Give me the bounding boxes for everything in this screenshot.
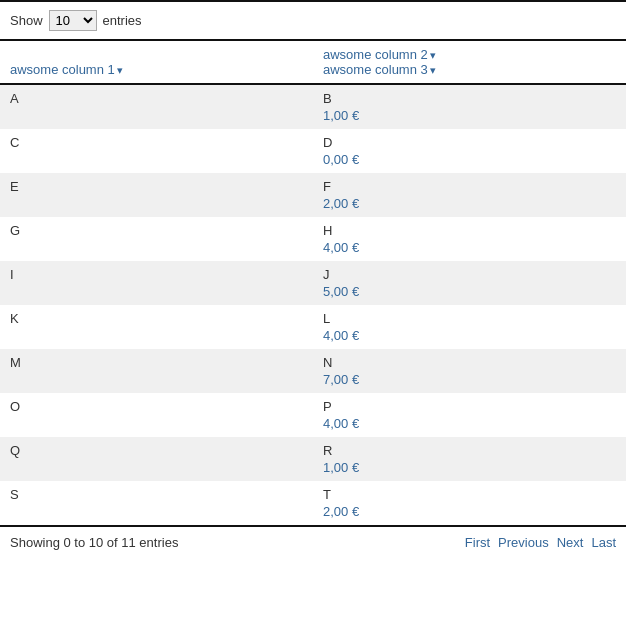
entries-label: entries: [103, 13, 142, 28]
col2-bottom: 1,00 €: [323, 460, 616, 475]
col2-top: P: [323, 399, 616, 414]
col1-header: awsome column 1: [0, 40, 313, 84]
col2-bottom: 0,00 €: [323, 152, 616, 167]
table-row: IJ5,00 €: [0, 261, 626, 305]
col2-cell: R1,00 €: [313, 437, 626, 481]
col2-top: R: [323, 443, 616, 458]
col2-cell: N7,00 €: [313, 349, 626, 393]
col1-cell: O: [0, 393, 313, 437]
table-header-row: awsome column 1 awsome column 2 awsome c…: [0, 40, 626, 84]
col2-cell: F2,00 €: [313, 173, 626, 217]
table-row: GH4,00 €: [0, 217, 626, 261]
col2-top: N: [323, 355, 616, 370]
table-row: QR1,00 €: [0, 437, 626, 481]
last-link[interactable]: Last: [591, 535, 616, 550]
col2-top: D: [323, 135, 616, 150]
table-row: AB1,00 €: [0, 84, 626, 129]
col2-cell: J5,00 €: [313, 261, 626, 305]
col2-sort-link[interactable]: awsome column 2: [323, 47, 436, 62]
col1-cell: S: [0, 481, 313, 525]
col2-cell: L4,00 €: [313, 305, 626, 349]
entries-select[interactable]: 10 25 50 100: [49, 10, 97, 31]
col2-top: L: [323, 311, 616, 326]
table-row: KL4,00 €: [0, 305, 626, 349]
table-row: ST2,00 €: [0, 481, 626, 525]
col1-cell: E: [0, 173, 313, 217]
col1-cell: I: [0, 261, 313, 305]
col2-bottom: 2,00 €: [323, 504, 616, 519]
table-row: MN7,00 €: [0, 349, 626, 393]
col2-cell: B1,00 €: [313, 84, 626, 129]
col2-cell: H4,00 €: [313, 217, 626, 261]
show-label: Show: [10, 13, 43, 28]
col2-bottom: 5,00 €: [323, 284, 616, 299]
table-body: AB1,00 €CD0,00 €EF2,00 €GH4,00 €IJ5,00 €…: [0, 84, 626, 525]
col2-top: F: [323, 179, 616, 194]
col2-bottom: 4,00 €: [323, 328, 616, 343]
col1-cell: G: [0, 217, 313, 261]
col3-sort-link[interactable]: awsome column 3: [323, 62, 436, 77]
table-row: CD0,00 €: [0, 129, 626, 173]
col2-header: awsome column 2 awsome column 3: [313, 40, 626, 84]
col2-cell: T2,00 €: [313, 481, 626, 525]
col2-top: B: [323, 91, 616, 106]
col2-cell: P4,00 €: [313, 393, 626, 437]
next-link[interactable]: Next: [557, 535, 584, 550]
col2-top: H: [323, 223, 616, 238]
data-table: awsome column 1 awsome column 2 awsome c…: [0, 39, 626, 525]
pagination: First Previous Next Last: [465, 535, 616, 550]
col1-cell: C: [0, 129, 313, 173]
col2-bottom: 4,00 €: [323, 416, 616, 431]
previous-link[interactable]: Previous: [498, 535, 549, 550]
table-wrapper: awsome column 1 awsome column 2 awsome c…: [0, 39, 626, 525]
col2-bottom: 2,00 €: [323, 196, 616, 211]
col1-cell: Q: [0, 437, 313, 481]
col2-bottom: 4,00 €: [323, 240, 616, 255]
footer-bar: Showing 0 to 10 of 11 entries First Prev…: [0, 525, 626, 558]
col2-top: T: [323, 487, 616, 502]
col1-cell: A: [0, 84, 313, 129]
top-bar: Show 10 25 50 100 entries: [0, 0, 626, 39]
col2-bottom: 7,00 €: [323, 372, 616, 387]
col2-bottom: 1,00 €: [323, 108, 616, 123]
col1-cell: K: [0, 305, 313, 349]
col2-top: J: [323, 267, 616, 282]
table-row: EF2,00 €: [0, 173, 626, 217]
first-link[interactable]: First: [465, 535, 490, 550]
footer-info: Showing 0 to 10 of 11 entries: [10, 535, 465, 550]
col2-cell: D0,00 €: [313, 129, 626, 173]
table-row: OP4,00 €: [0, 393, 626, 437]
col1-sort-link[interactable]: awsome column 1: [10, 62, 123, 77]
col1-cell: M: [0, 349, 313, 393]
